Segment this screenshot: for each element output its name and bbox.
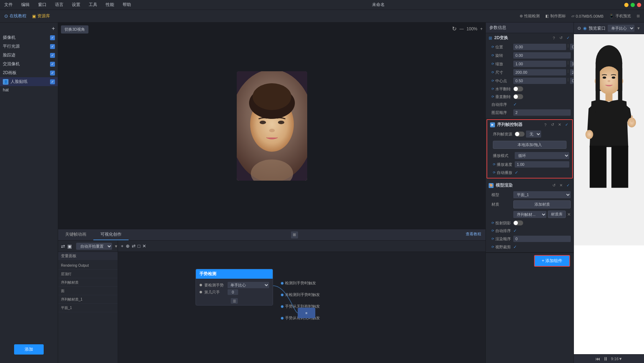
play-speed-input[interactable] xyxy=(515,161,569,168)
menu-file[interactable]: 文件 xyxy=(3,1,14,8)
model-render-check-icon[interactable]: ✓ xyxy=(565,183,571,188)
performance-check-btn[interactable]: ⊛ 性能检测 xyxy=(520,13,540,19)
menu-language[interactable]: 语言 xyxy=(54,1,65,8)
size-y-input[interactable] xyxy=(570,69,574,75)
menu-help[interactable]: 帮助 xyxy=(121,1,132,8)
plane-layer[interactable]: 面 xyxy=(58,287,118,295)
seq-ctrl-check-icon[interactable]: ✓ xyxy=(564,122,569,128)
auto-fit-dropdown[interactable]: 自动开拍重置 xyxy=(76,243,112,250)
face-track-checkbox[interactable]: ✓ xyxy=(50,53,55,58)
window-maximize-btn[interactable] xyxy=(631,3,635,7)
node-tool-frame[interactable]: ▣ xyxy=(67,242,72,250)
rotation-input[interactable] xyxy=(513,52,571,59)
model-render-header[interactable]: 🎨 模型渲染 ↺ ✕ ✓ xyxy=(486,181,574,190)
small-blue-node[interactable]: ≡ xyxy=(298,308,315,318)
node-tool-select[interactable]: ⇄ xyxy=(61,242,65,250)
switch-3d-btn[interactable]: 切换3D视角 xyxy=(61,25,88,34)
resource-library-btn[interactable]: ▣ 资源库 xyxy=(32,13,50,19)
sidebar-item-face-track[interactable]: 脸踪迹 ✓ xyxy=(0,51,58,60)
seq-source-select[interactable]: 无 xyxy=(526,131,541,138)
transform-2d-help-icon[interactable]: ? xyxy=(551,35,557,41)
transform-2d-check-icon[interactable]: ✓ xyxy=(565,35,571,41)
scale-y-input[interactable] xyxy=(570,61,574,67)
seq-ctrl-delete-icon[interactable]: ✕ xyxy=(557,122,562,128)
online-tutorial-btn[interactable]: ⊙ 在线教程 xyxy=(4,13,26,19)
tab-visual[interactable]: 可视化创作 xyxy=(93,229,129,240)
sidebar-item-camera[interactable]: 摄像机 ✓ xyxy=(0,33,58,42)
zoom-plus-btn[interactable]: + xyxy=(480,26,483,31)
seq-ctrl-refresh-icon[interactable]: ↺ xyxy=(550,122,555,128)
sidebar-item-parallel-light[interactable]: 平行光源 ✓ xyxy=(0,42,58,51)
window-minimize-btn[interactable] xyxy=(624,3,628,7)
material-delete-icon[interactable]: ✕ xyxy=(567,212,571,217)
add-layer-btn[interactable]: + xyxy=(52,25,55,32)
tab-keyframe[interactable]: 关键帧动画 xyxy=(58,229,93,240)
sidebar-item-cross-camera[interactable]: 交混像机 ✓ xyxy=(0,60,58,68)
gesture-type-select[interactable]: 单手比心 xyxy=(228,282,269,288)
seq-material-1-layer[interactable]: 序列帧材质_1 xyxy=(58,295,118,304)
play-mode-select[interactable]: 循环 xyxy=(515,152,569,159)
center-x-input[interactable] xyxy=(513,78,566,84)
menu-edit[interactable]: 编辑 xyxy=(20,1,31,8)
flip-h-toggle[interactable] xyxy=(513,86,523,91)
camera-checkbox[interactable]: ✓ xyxy=(50,35,55,40)
sidebar-item-hat[interactable]: hat xyxy=(0,86,58,94)
node-list-icon[interactable]: ☰ xyxy=(231,298,238,304)
position-x-input[interactable] xyxy=(513,44,566,50)
menu-tools[interactable]: 工具 xyxy=(87,1,99,8)
preview-pause-btn[interactable]: ⏸ xyxy=(603,356,608,362)
auto-play-check[interactable]: ✓ xyxy=(515,170,518,175)
auto-sort-check[interactable]: ✓ xyxy=(513,102,517,107)
cross-camera-checkbox[interactable]: ✓ xyxy=(50,62,55,67)
add-component-btn[interactable]: + 添加组件 xyxy=(534,255,570,267)
expand-icon[interactable]: ⊞ xyxy=(637,14,640,18)
menu-window[interactable]: 窗口 xyxy=(37,1,48,8)
plane-1-layer[interactable]: 平面_1 xyxy=(58,304,118,312)
seq-source-toggle[interactable] xyxy=(515,132,525,137)
make-image-btn[interactable]: ◧ 制作图标 xyxy=(545,13,566,19)
model-render-delete-icon[interactable]: ✕ xyxy=(558,183,564,188)
seq-material-layer[interactable]: 序列帧材质 xyxy=(58,278,118,287)
node-circle-btn[interactable]: ⊕ xyxy=(126,243,130,249)
parallel-light-checkbox[interactable]: ✓ xyxy=(50,44,55,49)
face-sticker-checkbox[interactable]: ✓ xyxy=(50,79,55,84)
ceiling-light-layer[interactable]: 层顶灯 xyxy=(58,270,118,278)
window-close-btn[interactable] xyxy=(637,3,641,7)
layer-order-input[interactable] xyxy=(513,109,571,116)
gesture-hand-index-input[interactable]: 0 xyxy=(228,289,238,295)
frustum-cull-check[interactable]: ✓ xyxy=(513,244,517,249)
2d-board-checkbox[interactable]: ✓ xyxy=(50,71,55,75)
zoom-minus-btn[interactable]: — xyxy=(459,26,464,31)
mobile-preview-btn[interactable]: 📱 手机预览 xyxy=(609,13,631,19)
scale-x-input[interactable] xyxy=(513,61,566,67)
local-add-btn[interactable]: 本地添加/拖入 xyxy=(493,141,566,149)
node-arrows-btn[interactable]: ⇄ xyxy=(132,243,136,249)
view-tutorial-btn[interactable]: 查看教程 xyxy=(462,229,485,240)
model-render-refresh-icon[interactable]: ↺ xyxy=(551,183,557,188)
add-material-btn[interactable]: 添加材质 xyxy=(513,200,571,208)
preview-rewind-btn[interactable]: ⏮ xyxy=(595,356,600,362)
size-x-input[interactable] xyxy=(513,69,566,75)
material-library-btn[interactable]: 材质库 xyxy=(548,211,566,218)
model-auto-sort-check[interactable]: ✓ xyxy=(513,228,517,233)
seq-ctrl-header[interactable]: ▶ 序列帧控制器 ? ↺ ✕ ✓ xyxy=(487,120,572,129)
model-select[interactable]: 平面_1 xyxy=(513,191,571,198)
seq-ctrl-help-icon[interactable]: ? xyxy=(543,122,548,128)
node-add-btn[interactable]: + xyxy=(121,243,124,249)
node-x-btn[interactable]: ✕ xyxy=(142,243,146,249)
transform-2d-refresh-icon[interactable]: ↺ xyxy=(558,35,564,41)
position-y-input[interactable] xyxy=(570,44,574,50)
render-order-input[interactable] xyxy=(513,236,571,242)
center-y-input[interactable] xyxy=(570,78,574,84)
add-layer-bottom-btn[interactable]: 添加 xyxy=(14,344,44,355)
rendering-output-layer[interactable]: Rendering Output xyxy=(58,261,118,270)
sidebar-item-2d-board[interactable]: 2D画板 ✓ xyxy=(0,68,58,77)
preview-mode-select[interactable]: 单手比心 xyxy=(608,25,634,32)
menu-performance[interactable]: 性能 xyxy=(104,1,116,8)
node-square-btn[interactable]: □ xyxy=(138,243,141,249)
sidebar-item-face-sticker[interactable]: 👤 人脸贴纸 ✓ xyxy=(0,77,58,86)
transform-2d-header[interactable]: ⊞ 2D变换 ? ↺ ✓ xyxy=(486,33,574,43)
flip-v-toggle[interactable] xyxy=(513,94,523,99)
menu-settings[interactable]: 设置 xyxy=(70,1,82,8)
material-seq-select[interactable]: 序列帧材... xyxy=(513,211,546,218)
